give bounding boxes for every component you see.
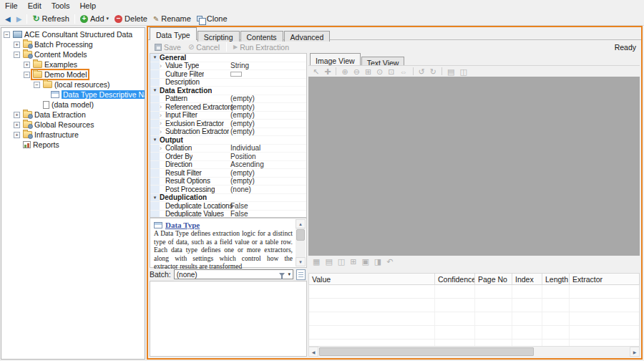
scrollbar-thumb[interactable] <box>319 347 534 356</box>
prop-description[interactable]: ▾ › Description <box>150 79 306 87</box>
culture-filter-box[interactable] <box>230 72 242 77</box>
prop-deduplicate-values[interactable]: ▾ › Deduplicate Values False <box>150 211 306 218</box>
scroll-left-icon[interactable]: ◀ <box>308 347 318 357</box>
image-viewer[interactable] <box>308 77 640 256</box>
separator[interactable] <box>413 67 414 75</box>
tree-expand-toggle[interactable]: − <box>34 82 40 88</box>
zoom-fit-width-icon[interactable]: ⇔ <box>400 67 408 77</box>
column-length[interactable]: Length <box>542 274 570 284</box>
tree-expand-toggle[interactable]: + <box>14 112 20 118</box>
zoom-selection-icon[interactable]: ⊞ <box>365 67 371 77</box>
property-value[interactable]: Individual <box>230 144 260 152</box>
tree-expand-toggle[interactable] <box>14 142 20 148</box>
pointer-tool-icon[interactable]: ↖ <box>313 67 319 77</box>
undo-icon[interactable]: ↶ <box>386 256 393 266</box>
section-collapse-icon[interactable]: ▾ <box>150 195 160 201</box>
separator[interactable] <box>336 67 336 75</box>
scroll-right-icon[interactable]: ▶ <box>630 347 640 357</box>
tree-expand-toggle[interactable]: + <box>14 132 20 138</box>
separator[interactable] <box>441 67 442 75</box>
prop-post-processing[interactable]: ▾ › Post Processing (none) <box>150 186 306 194</box>
tab-contents[interactable]: Contents <box>240 31 283 42</box>
tree-item-data-type-descriptive-name[interactable]: Data Type Descriptive Name <box>1 90 145 100</box>
section-data-extraction[interactable]: ▾ › Data Extraction <box>150 87 306 95</box>
tree-node-body[interactable]: Content Models <box>22 50 88 59</box>
tree-expand-toggle[interactable]: + <box>24 62 30 68</box>
tree-expand-toggle[interactable]: − <box>14 52 20 58</box>
tab-advanced[interactable]: Advanced <box>284 31 331 42</box>
add-dropdown-caret-icon[interactable]: ▾ <box>107 16 109 21</box>
clone-button[interactable]: Clone <box>194 14 230 24</box>
property-value[interactable]: String <box>230 62 249 69</box>
column-confidence[interactable]: Confidence <box>435 274 475 284</box>
prop-value-type[interactable]: ▾ › Value Type String <box>150 62 306 71</box>
batch-select[interactable]: (none) ▾ <box>174 269 293 279</box>
tab-data-type[interactable]: Data Type <box>150 27 197 40</box>
refresh-button[interactable]: ↻ Refresh <box>29 14 72 24</box>
tree-item-global-resources[interactable]: + Global Resources <box>1 120 145 130</box>
property-expand-icon[interactable]: › <box>160 128 165 135</box>
highlight-results-icon[interactable]: ▣ <box>361 256 369 266</box>
cancel-button[interactable]: ⊘ Cancel <box>185 43 223 52</box>
tree-item-root[interactable]: − ACE Consultant Structured Data <box>1 29 145 39</box>
tree-node-body[interactable]: (data model) <box>42 100 94 109</box>
column-page-no[interactable]: Page No <box>475 274 512 284</box>
prop-direction[interactable]: ▾ › Direction Ascending <box>150 161 306 170</box>
section-collapse-icon[interactable]: ▾ <box>150 87 160 93</box>
show-text-icon[interactable]: ▤ <box>325 256 332 266</box>
prop-input-filter[interactable]: ▾ › Input Filter (empty) <box>150 112 306 120</box>
grid-icon[interactable]: ⊞ <box>350 256 356 266</box>
menu-edit[interactable]: Edit <box>23 0 47 10</box>
property-expand-icon[interactable]: › <box>160 145 165 152</box>
open-batch-icon[interactable] <box>296 269 306 280</box>
property-value[interactable]: False <box>230 202 248 210</box>
export-image-icon[interactable]: ◫ <box>459 67 467 77</box>
property-value[interactable]: (none) <box>230 186 251 193</box>
tree-node-body[interactable]: Demo Model <box>32 70 88 79</box>
section-deduplication[interactable]: ▾ › Deduplication <box>150 194 306 203</box>
tree-item-reports[interactable]: Reports <box>1 140 145 150</box>
zoom-fit-page-icon[interactable]: ⊡ <box>388 67 394 77</box>
help-title-link[interactable]: Data Type <box>165 221 200 229</box>
split-view-icon[interactable]: ◫ <box>338 256 345 266</box>
tree-item-data-extraction[interactable]: + Data Extraction <box>1 110 145 120</box>
property-value[interactable]: (empty) <box>230 169 255 177</box>
column-value[interactable]: Value <box>309 274 435 284</box>
prop-pattern[interactable]: ▾ › Pattern (empty) <box>150 95 306 104</box>
tree-node-body[interactable]: Data Extraction <box>22 110 87 119</box>
property-expand-icon[interactable]: › <box>160 62 165 69</box>
column-index[interactable]: Index <box>512 274 542 284</box>
prop-result-filter[interactable]: ▾ › Result Filter (empty) <box>150 169 306 178</box>
tree-item-demo-model[interactable]: − Demo Model <box>1 69 145 80</box>
scrollbar-thumb[interactable] <box>296 229 305 241</box>
tree-item-local-resources[interactable]: − (local resources) <box>1 80 145 90</box>
section-general[interactable]: ▾ › General <box>150 54 306 62</box>
prop-order-by[interactable]: ▾ › Order By Position <box>150 153 306 161</box>
property-value[interactable]: (empty) <box>230 127 255 135</box>
rotate-right-icon[interactable]: ↻ <box>430 67 436 77</box>
property-expand-icon[interactable]: › <box>160 120 165 127</box>
prop-deduplicate-locations[interactable]: ▾ › Deduplicate Locations False <box>150 202 306 211</box>
tree-item-examples[interactable]: + Examples <box>1 59 145 69</box>
tree-expand-toggle[interactable]: + <box>14 42 20 48</box>
tree-node-body[interactable]: Infrastructure <box>22 130 79 139</box>
shade-icon[interactable]: ◨ <box>374 256 381 266</box>
prop-subtraction-extractor[interactable]: ▾ › Subtraction Extractor (empty) <box>150 128 306 137</box>
property-value[interactable]: Position <box>230 153 256 160</box>
property-value[interactable]: (empty) <box>230 120 255 127</box>
combo-caret-icon[interactable]: ▾ <box>288 271 291 277</box>
property-value[interactable]: (empty) <box>230 111 255 119</box>
tree-node-body[interactable]: (local resources) <box>42 80 111 89</box>
property-value[interactable]: (empty) <box>230 177 255 185</box>
menu-file[interactable]: File <box>0 0 23 10</box>
zoom-actual-size-icon[interactable]: ⊙ <box>376 67 383 77</box>
tree-node-body[interactable]: Reports <box>22 140 60 149</box>
show-regions-icon[interactable]: ▦ <box>313 256 320 266</box>
property-value[interactable]: Ascending <box>230 160 264 168</box>
property-value[interactable]: (empty) <box>230 95 255 102</box>
prop-collation[interactable]: ▾ › Collation Individual <box>150 145 306 153</box>
forward-button[interactable]: ▶ <box>14 14 25 24</box>
rotate-left-icon[interactable]: ↺ <box>419 67 425 77</box>
tree-node-body[interactable]: Global Resources <box>22 120 94 129</box>
save-button[interactable]: Save <box>152 43 184 52</box>
